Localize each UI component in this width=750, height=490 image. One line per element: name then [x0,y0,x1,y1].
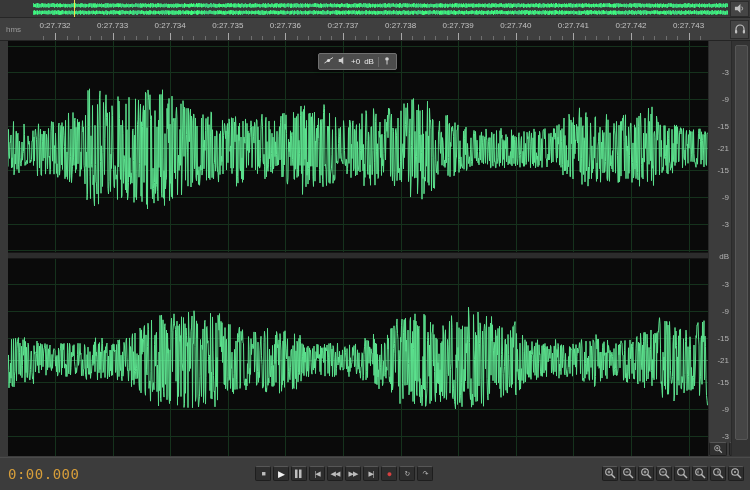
stop-icon: ■ [261,470,264,477]
ruler-tick-mark [585,36,586,40]
zoom-in-amplitude-button[interactable] [638,466,654,481]
amplitude-zoom-in-button[interactable] [709,442,727,456]
pause-button[interactable]: ▌▌ [291,466,307,481]
vertical-scrollbar-thumb[interactable] [735,45,748,440]
magnifier-icon [730,465,743,483]
monitor-button[interactable] [730,20,749,39]
output-button[interactable] [730,1,749,17]
magnifier-icon [622,465,635,483]
play-button[interactable]: ▶ [273,466,289,481]
ruler-tick-mark [331,36,332,40]
hud-divider [378,57,379,67]
db-scale-label: -15 [717,122,729,131]
overview-navigator[interactable] [0,0,750,18]
gain-unit: dB [364,57,374,66]
rewind-button[interactable]: ◀◀ [327,466,343,481]
loop-playback-button[interactable]: ↻ [399,466,415,481]
vertical-scrollbar[interactable] [731,41,750,456]
skip-selection-button[interactable]: ↷ [417,466,433,481]
magnifier-icon [604,465,617,483]
play-icon: ▶ [278,469,284,479]
fader-icon [324,56,334,67]
ruler-tick-mark [654,36,655,40]
ruler-tick-mark [643,36,644,40]
ruler-tick-mark [458,33,459,40]
timeline-ruler[interactable]: hms 0:27.7320:27.7330:27.7340:27.7350:27… [0,18,750,41]
magnifier-icon [694,465,707,483]
ruler-tick-mark [677,36,678,40]
playhead-marker[interactable] [74,0,75,17]
ruler-tick-mark [297,36,298,40]
ruler-tick-mark [481,36,482,40]
ruler-tick-mark [285,33,286,40]
ruler-tick-mark [147,36,148,40]
ruler-tick-mark [124,36,125,40]
speaker-icon [338,56,347,67]
db-scale-label: -9 [722,95,729,104]
ruler-tick-mark [182,36,183,40]
ruler-tick-mark [608,36,609,40]
ruler-tick-mark [239,36,240,40]
ruler-tick-mark [447,36,448,40]
pin-hud-icon[interactable] [383,56,391,67]
ruler-tick-mark [228,33,229,40]
zoom-out-point-button[interactable] [710,466,726,481]
gain-hud[interactable]: +0 dB [318,53,397,70]
ruler-tick-mark [700,36,701,40]
ruler-tick-label: 0:27.741 [558,21,589,30]
ruler-tick-mark [90,36,91,40]
ruler-tick-mark [216,36,217,40]
db-scale-label: -3 [722,220,729,229]
db-scale-label: -21 [717,144,729,153]
ruler-tick-mark [516,33,517,40]
ruler-tick-mark [573,33,574,40]
ruler-tick-label: 0:27.743 [673,21,704,30]
ruler-tick-label: 0:27.740 [500,21,531,30]
zoom-out-time-button[interactable] [620,466,636,481]
go-to-start-icon: |◀ [314,470,319,478]
ruler-tick-mark [343,33,344,40]
db-scale-label: -3 [722,280,729,289]
gain-value[interactable]: +0 [351,57,360,66]
db-scale-label: -9 [722,193,729,202]
ruler-tick-mark [78,36,79,40]
ruler-tick-mark [159,36,160,40]
ruler-tick-mark [366,36,367,40]
zoom-full-button[interactable] [728,466,744,481]
stop-button[interactable]: ■ [255,466,271,481]
ruler-tick-label: 0:27.737 [327,21,358,30]
amplitude-scale[interactable]: dB -3-9-15-21-15-9-3-3-9-15-21-15-9-3 [708,41,732,456]
ruler-tick-mark [596,36,597,40]
magnifier-icon [712,465,725,483]
go-to-start-button[interactable]: |◀ [309,466,325,481]
zoom-out-amplitude-button[interactable] [656,466,672,481]
zoom-to-selection-button[interactable] [674,466,690,481]
go-to-end-button[interactable]: ▶| [363,466,379,481]
overview-waveform[interactable] [0,0,750,17]
status-bar: 0:00.000 ■▶▌▌|◀◀◀▶▶▶|●↻↷ [0,457,750,490]
ruler-tick-mark [562,36,563,40]
ruler-tick-mark [193,36,194,40]
ruler-tick-mark [205,36,206,40]
pause-icon: ▌▌ [295,470,303,477]
time-display[interactable]: 0:00.000 [8,466,79,482]
ruler-tick-mark [389,36,390,40]
record-button[interactable]: ● [381,466,397,481]
ruler-tick-label: 0:27.735 [212,21,243,30]
ruler-tick-mark [308,36,309,40]
ruler-tick-label: 0:27.738 [385,21,416,30]
zoom-in-point-button[interactable] [692,466,708,481]
ruler-tick-mark [274,36,275,40]
waveform-display[interactable] [8,41,708,456]
db-scale-label: -3 [722,68,729,77]
ruler-tick-mark [401,33,402,40]
ruler-tick-mark [355,36,356,40]
zoom-in-time-button[interactable] [602,466,618,481]
record-icon: ● [387,469,391,479]
db-scale-label: -9 [722,307,729,316]
fast-forward-button[interactable]: ▶▶ [345,466,361,481]
amplitude-unit-label: dB [719,252,729,261]
ruler-tick-label: 0:27.742 [615,21,646,30]
magnifier-icon [640,465,653,483]
ruler-tick-mark [435,36,436,40]
